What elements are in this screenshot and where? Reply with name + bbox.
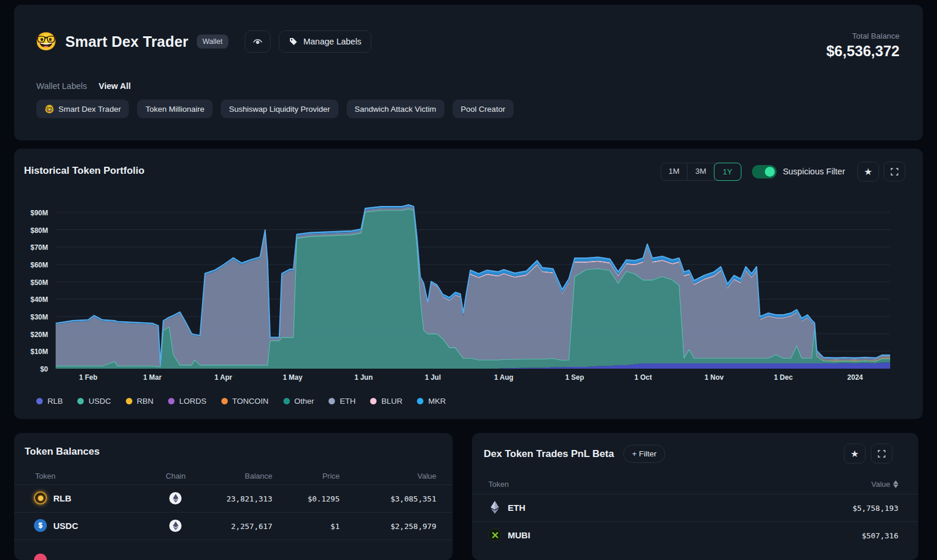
price-cell: $0.1295: [307, 494, 340, 503]
wallet-label-chip[interactable]: Pool Creator: [453, 99, 514, 118]
fullscreen-chart-button[interactable]: [884, 162, 905, 181]
y-tick-label: $80M: [18, 226, 48, 235]
wallet-title: Smart Dex Trader: [65, 33, 188, 50]
range-button-1y[interactable]: 1Y: [714, 163, 741, 181]
y-tick-label: $40M: [18, 296, 48, 304]
usdc-token-icon: $: [34, 519, 47, 532]
dex-trade-row-eth[interactable]: ETH$5,758,193: [472, 494, 918, 521]
watch-wallet-button[interactable]: [245, 30, 271, 53]
legend-dot: [126, 398, 132, 404]
suspicious-filter-label: Suspicious Filter: [783, 167, 845, 176]
area-layer-eth: [56, 206, 890, 367]
legend-item-lords[interactable]: LORDS: [168, 397, 207, 406]
y-tick-label: $0: [18, 365, 48, 373]
x-tick-label: 1 Jun: [343, 373, 384, 382]
price-cell: $1: [330, 522, 340, 531]
legend-item-blur[interactable]: BLUR: [370, 397, 402, 406]
legend-item-mkr[interactable]: MKR: [417, 397, 446, 406]
y-tick-label: $60M: [18, 261, 48, 269]
star-icon: ★: [864, 166, 872, 177]
dex-trade-row-mubi[interactable]: MUBI$507,316: [472, 521, 918, 549]
wallet-label-chip[interactable]: 🤓Smart Dex Trader: [36, 99, 129, 118]
x-tick-label: 1 Jul: [412, 373, 453, 382]
legend-label: ETH: [340, 397, 355, 406]
legend-item-rbn[interactable]: RBN: [126, 397, 154, 406]
legend-dot: [370, 398, 377, 404]
legend-label: USDC: [88, 397, 111, 406]
col-chain: Chain: [155, 472, 196, 480]
legend-item-rlb[interactable]: RLB: [36, 397, 63, 406]
x-tick-label: 1 Apr: [203, 373, 244, 382]
legend-label: Other: [295, 397, 314, 406]
mubi-token-icon: [488, 528, 501, 541]
value-cell: $5,758,193: [853, 504, 898, 513]
eye-icon: [252, 36, 264, 47]
total-balance-value: $6,536,372: [826, 43, 900, 60]
filter-button[interactable]: + Filter: [623, 445, 665, 463]
legend-dot: [329, 398, 335, 404]
balance-cell: 2,257,617: [231, 522, 272, 531]
eth-chain-icon: [169, 492, 182, 504]
table-row[interactable]: [14, 540, 453, 560]
dex-trades-title: Dex Token Trades PnL Beta: [484, 448, 614, 460]
wallet-label-chip[interactable]: Sandwich Attack Victim: [347, 99, 444, 118]
portfolio-chart-card: Historical Token Portfolio 1M3M1Y Suspic…: [14, 149, 923, 419]
token-balances-title: Token Balances: [25, 446, 100, 458]
y-tick-label: $10M: [18, 348, 48, 356]
eth-chain-icon: [169, 520, 182, 532]
token-name: ETH: [508, 503, 525, 513]
rlb-token-icon: [34, 492, 47, 504]
legend-item-usdc[interactable]: USDC: [77, 397, 111, 406]
favorite-dex-button[interactable]: ★: [844, 444, 866, 463]
range-button-1m[interactable]: 1M: [661, 163, 688, 180]
col-token: Token: [35, 472, 56, 480]
wallet-labels-caption: Wallet Labels: [36, 81, 87, 91]
legend-label: RBN: [137, 397, 154, 406]
stacked-area-plot[interactable]: [56, 202, 890, 369]
token-icon: [34, 554, 47, 560]
chip-label: Sandwich Attack Victim: [355, 105, 436, 114]
legend-item-eth[interactable]: ETH: [329, 397, 355, 406]
y-tick-label: $90M: [18, 209, 48, 217]
chip-emoji: 🤓: [45, 104, 54, 114]
wallet-emoji: 🤓: [35, 33, 57, 50]
col-value-sortable[interactable]: Value: [871, 479, 898, 489]
legend-dot: [417, 398, 423, 404]
x-tick-label: 1 Feb: [68, 373, 109, 382]
value-cell: $3,085,351: [391, 494, 436, 503]
chip-label: Pool Creator: [461, 105, 505, 114]
suspicious-filter-toggle[interactable]: [752, 165, 777, 178]
col-value: Value: [354, 472, 436, 480]
token-balance-row-rlb[interactable]: RLB23,821,313$0.1295$3,085,351: [14, 485, 453, 512]
fullscreen-dex-button[interactable]: [871, 444, 892, 463]
token-name: USDC: [53, 521, 78, 531]
wallet-label-chip[interactable]: Sushiswap Liquidity Provider: [221, 99, 338, 118]
eth-token-icon: [488, 501, 501, 514]
wallet-title-row: 🤓 Smart Dex Trader Wallet Manage Labels: [35, 30, 371, 53]
manage-labels-button[interactable]: Manage Labels: [279, 30, 371, 53]
chart-legend: RLBUSDCRBNLORDSTONCOINOtherETHBLURMKR: [36, 397, 446, 406]
view-all-link[interactable]: View All: [99, 81, 131, 91]
legend-dot: [168, 398, 175, 404]
y-tick-label: $50M: [18, 279, 48, 287]
legend-dot: [221, 398, 228, 404]
range-button-3m[interactable]: 3M: [688, 163, 714, 180]
wallet-label-chip[interactable]: Token Millionaire: [137, 99, 213, 118]
tag-icon: [289, 37, 298, 46]
token-name: MUBI: [508, 530, 530, 540]
wallet-label-chips: 🤓Smart Dex TraderToken MillionaireSushis…: [36, 99, 514, 118]
fullscreen-icon: [877, 449, 886, 458]
x-tick-label: 1 Aug: [483, 373, 524, 382]
star-icon: ★: [850, 448, 859, 459]
legend-label: TONCOIN: [232, 397, 269, 406]
chip-label: Smart Dex Trader: [59, 105, 121, 114]
favorite-chart-button[interactable]: ★: [857, 162, 879, 181]
token-balance-row-usdc[interactable]: $USDC2,257,617$1$2,258,979: [14, 512, 453, 540]
total-balance-label: Total Balance: [826, 32, 900, 40]
token-name: RLB: [53, 493, 71, 503]
legend-item-other[interactable]: Other: [283, 397, 314, 406]
legend-dot: [36, 398, 43, 404]
chart-title: Historical Token Portfolio: [24, 165, 145, 177]
y-tick-label: $30M: [18, 313, 48, 321]
legend-item-toncoin[interactable]: TONCOIN: [221, 397, 269, 406]
